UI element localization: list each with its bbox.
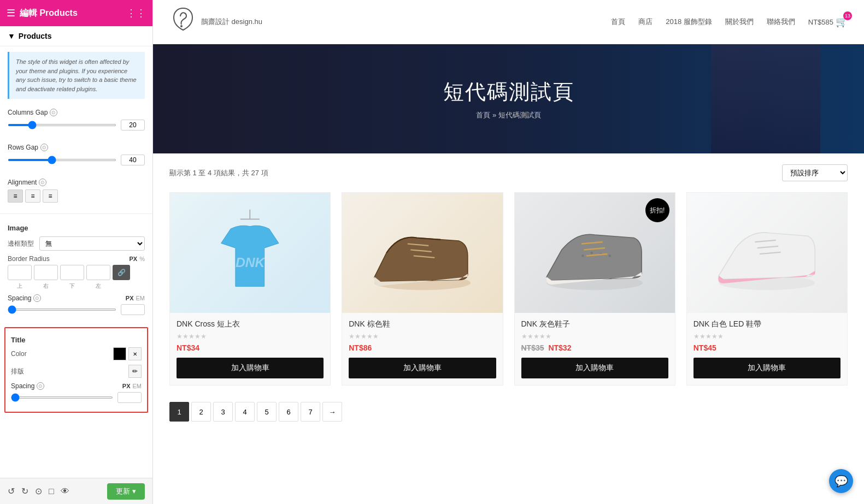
nav-cart[interactable]: NT$585 🛒 13 [808, 16, 848, 28]
border-type-select[interactable]: 無 [39, 236, 145, 251]
percent-option[interactable]: % [139, 256, 145, 262]
history-icon[interactable]: ⊙ [35, 486, 42, 496]
border-left-input[interactable] [86, 265, 110, 280]
link-values-button[interactable]: 🔗 [113, 265, 130, 280]
svg-text:DNK: DNK [236, 255, 266, 270]
rows-gap-slider[interactable] [8, 159, 116, 161]
title-spacing-value[interactable] [117, 392, 142, 403]
svg-point-0 [180, 25, 183, 27]
collapse-handle[interactable]: ◀ [152, 241, 153, 263]
svg-point-9 [590, 252, 592, 254]
title-em-option[interactable]: EM [133, 383, 142, 389]
border-top-input[interactable] [8, 265, 32, 280]
product-image-3: 折扣! [515, 193, 675, 313]
title-spacing-help-icon[interactable]: ⊙ [37, 382, 44, 390]
product-card-3[interactable]: 折扣! [514, 192, 675, 386]
image-spacing-slider[interactable] [8, 309, 116, 311]
product-card-2[interactable]: DNK 棕色鞋 ★★★★★ NT$86 加入購物車 [342, 192, 503, 386]
product-badge-3: 折扣! [645, 198, 669, 222]
info-text: The style of this widget is often affect… [16, 58, 137, 92]
alignment-help-icon[interactable]: ⊙ [39, 179, 46, 186]
image-px-option[interactable]: PX [126, 295, 134, 301]
update-button[interactable]: 更新 ▾ [107, 483, 145, 500]
next-page-button[interactable]: → [322, 402, 342, 422]
px-option[interactable]: PX [130, 256, 138, 262]
border-inputs: 🔗 [8, 265, 145, 280]
border-right-input[interactable] [34, 265, 58, 280]
nav-home[interactable]: 首頁 [611, 17, 625, 27]
page-2-button[interactable]: 2 [191, 402, 211, 422]
sort-select[interactable]: 預設排序 [782, 164, 848, 181]
hero-breadcrumb: 首頁 » 短代碼測試頁 [476, 110, 540, 120]
update-label: 更新 [116, 487, 130, 496]
page-5-button[interactable]: 5 [257, 402, 277, 422]
page-3-button[interactable]: 3 [213, 402, 233, 422]
logo-svg [169, 5, 197, 38]
sidebar-title: 編輯 Products [20, 8, 78, 19]
border-type-row: 邊框類型 無 [8, 236, 145, 251]
image-spacing-slider-row [8, 304, 145, 315]
page-4-button[interactable]: 4 [235, 402, 255, 422]
image-spacing-help-icon[interactable]: ⊙ [33, 294, 41, 302]
chat-icon: 💬 [834, 475, 848, 488]
product-price-3: NT$35 NT$32 [521, 343, 668, 352]
nav-about[interactable]: 關於我們 [725, 17, 754, 27]
add-to-cart-1[interactable]: 加入購物車 [177, 358, 324, 378]
nav-shop[interactable]: 商店 [638, 17, 653, 27]
nav-contact[interactable]: 聯絡我們 [767, 17, 795, 27]
image-spacing-label: Spacing ⊙ [8, 294, 41, 302]
columns-gap-section: Columns Gap ⊙ 20 [0, 104, 152, 139]
add-to-cart-2[interactable]: 加入購物車 [349, 358, 496, 378]
rows-gap-value[interactable]: 40 [121, 155, 145, 165]
align-center-button[interactable]: ≡ [25, 189, 40, 203]
title-px-option[interactable]: PX [122, 383, 131, 389]
products-toolbar: 顯示第 1 至 4 項結果，共 27 項 預設排序 [169, 164, 848, 181]
page-7-button[interactable]: 7 [301, 402, 320, 422]
undo-icon[interactable]: ↺ [8, 486, 15, 496]
image-spacing-value[interactable] [121, 304, 145, 315]
clear-color-button[interactable]: ✕ [128, 347, 142, 360]
layout-label: 排版 [11, 367, 24, 376]
add-to-cart-3[interactable]: 加入購物車 [521, 358, 668, 378]
rows-gap-help-icon[interactable]: ⊙ [40, 144, 48, 151]
page-6-button[interactable]: 6 [279, 402, 298, 422]
columns-gap-value[interactable]: 20 [121, 120, 145, 131]
nav-catalog[interactable]: 2018 服飾型錄 [666, 17, 712, 27]
add-to-cart-4[interactable]: 加入購物車 [693, 358, 841, 378]
chat-button[interactable]: 💬 [829, 469, 853, 493]
page-1-button[interactable]: 1 [169, 402, 189, 422]
sidebar-bottom-spacer [0, 416, 152, 449]
grid-icon[interactable]: ⋮⋮ [126, 7, 146, 19]
color-label: Color [11, 350, 27, 358]
cart-badge: 13 [843, 11, 852, 20]
title-spacing-label: Spacing ⊙ [11, 382, 44, 390]
responsive-icon[interactable]: □ [49, 487, 54, 496]
color-swatch[interactable] [113, 347, 126, 360]
products-count: 顯示第 1 至 4 項結果，共 27 項 [169, 168, 268, 178]
align-right-button[interactable]: ≡ [43, 189, 58, 203]
alignment-section: Alignment ⊙ ≡ ≡ ≡ [0, 174, 152, 211]
sidebar: ☰ 編輯 Products ⋮⋮ ▼ Products The style of… [0, 0, 153, 504]
products-area: 顯示第 1 至 4 項結果，共 27 項 預設排序 DNK [153, 153, 864, 443]
rows-gap-label: Rows Gap ⊙ [8, 144, 145, 151]
sidebar-bottom-bar: ↺ ↻ ⊙ □ 👁 更新 ▾ [0, 478, 152, 504]
title-spacing-slider[interactable] [11, 396, 113, 399]
columns-gap-slider[interactable] [8, 124, 116, 126]
info-box: The style of this widget is often affect… [8, 52, 145, 99]
border-radius-px-em: PX % [130, 256, 145, 262]
sidebar-header-left: ☰ 編輯 Products [7, 7, 78, 19]
columns-gap-help-icon[interactable]: ⊙ [50, 109, 57, 116]
products-toggle[interactable]: ▼ Products [8, 32, 145, 40]
align-left-button[interactable]: ≡ [8, 189, 23, 203]
hamburger-icon[interactable]: ☰ [7, 7, 15, 19]
product-card-1[interactable]: DNK DNK Cross 短上衣 ★★★★★ NT$34 加入購物車 [169, 192, 331, 386]
color-controls: ✕ [113, 347, 142, 360]
hero-title: 短代碼測試頁 [443, 78, 574, 106]
product-card-4[interactable]: DNK 白色 LED 鞋帶 ★★★★★ NT$45 加入購物車 [686, 192, 848, 386]
edit-layout-button[interactable]: ✏ [128, 365, 142, 378]
border-bottom-input[interactable] [60, 265, 84, 280]
product-new-price-3: NT$32 [548, 343, 571, 352]
preview-icon[interactable]: 👁 [61, 487, 69, 496]
image-em-option[interactable]: EM [136, 295, 145, 301]
redo-icon[interactable]: ↻ [21, 486, 28, 496]
